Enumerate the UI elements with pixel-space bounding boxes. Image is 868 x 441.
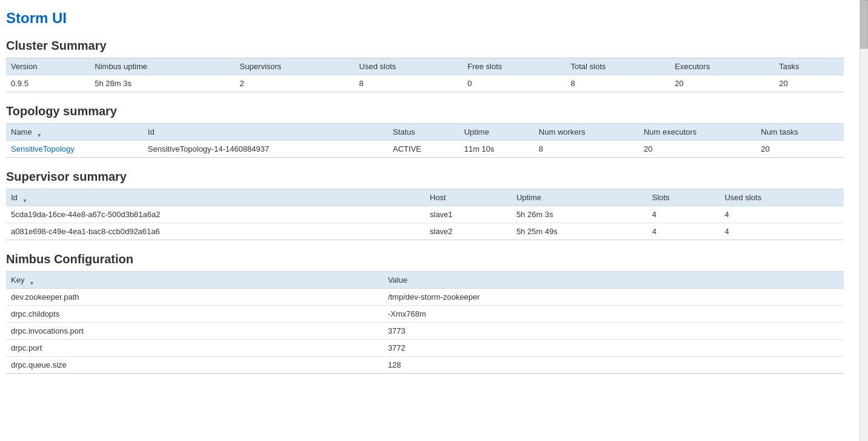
col-topo-uptime: Uptime <box>459 124 534 141</box>
cluster-total-slots: 8 <box>566 75 670 92</box>
col-topo-status: Status <box>388 124 459 141</box>
col-topo-id: Id <box>143 124 388 141</box>
sup-uptime-0: 5h 26m 3s <box>512 206 647 223</box>
cluster-summary-header-row: Version Nimbus uptime Supervisors Used s… <box>6 58 844 75</box>
sup-id-1: a081e698-c49e-4ea1-bac8-ccb0d92a61a6 <box>6 223 425 240</box>
table-row: SensitiveTopology SensitiveTopology-14-1… <box>6 141 844 158</box>
config-value-4: 128 <box>383 357 844 374</box>
config-value-0: /tmp/dev-storm-zookeeper <box>383 289 844 306</box>
scrollbar[interactable] <box>860 0 868 394</box>
config-key-3: drpc.port <box>6 340 383 357</box>
cluster-executors: 20 <box>670 75 774 92</box>
config-key-1: drpc.childopts <box>6 306 383 323</box>
col-used-slots: Used slots <box>355 58 463 75</box>
sup-host-0: slave1 <box>425 206 512 223</box>
col-sup-uptime: Uptime <box>512 189 647 206</box>
topo-status: ACTIVE <box>388 141 459 158</box>
config-value-3: 3772 <box>383 340 844 357</box>
table-row: drpc.invocations.port 3773 <box>6 323 844 340</box>
nimbus-config-table: Key Value dev.zookeeper.path /tmp/dev-st… <box>6 271 844 374</box>
sort-icon-key <box>29 278 35 284</box>
col-total-slots: Total slots <box>566 58 670 75</box>
nimbus-config-title: Nimbus Configuration <box>6 252 844 266</box>
cluster-tasks: 20 <box>774 75 844 92</box>
col-sup-host: Host <box>425 189 512 206</box>
table-row: 5cda19da-16ce-44e8-a67c-500d3b81a6a2 sla… <box>6 206 844 223</box>
sup-used-slots-1: 4 <box>719 223 844 240</box>
table-row: dev.zookeeper.path /tmp/dev-storm-zookee… <box>6 289 844 306</box>
col-topo-num-workers: Num workers <box>534 124 639 141</box>
supervisor-summary-title: Supervisor summary <box>6 170 844 184</box>
config-value-2: 3773 <box>383 323 844 340</box>
col-version: Version <box>6 58 90 75</box>
col-topo-num-executors: Num executors <box>639 124 756 141</box>
app-title: Storm UI <box>6 10 844 27</box>
table-row: drpc.port 3772 <box>6 340 844 357</box>
topo-num-executors: 20 <box>639 141 756 158</box>
topology-summary-title: Topology summary <box>6 104 844 118</box>
table-row: drpc.childopts -Xmx768m <box>6 306 844 323</box>
topo-num-tasks: 20 <box>756 141 844 158</box>
table-row: drpc.queue.size 128 <box>6 357 844 374</box>
cluster-summary-title: Cluster Summary <box>6 39 844 53</box>
topo-id: SensitiveTopology-14-1460884937 <box>143 141 388 158</box>
col-topo-name[interactable]: Name <box>6 124 143 141</box>
sup-slots-0: 4 <box>647 206 720 223</box>
cluster-nimbus-uptime: 5h 28m 3s <box>90 75 235 92</box>
topo-name-link[interactable]: SensitiveTopology <box>11 144 75 153</box>
page-container: Storm UI Cluster Summary Version Nimbus … <box>0 0 856 394</box>
topology-header-row: Name Id Status Uptime Num workers Num ex… <box>6 124 844 141</box>
sup-uptime-1: 5h 25m 49s <box>512 223 647 240</box>
cluster-supervisors: 2 <box>235 75 354 92</box>
sup-slots-1: 4 <box>647 223 720 240</box>
topology-summary-table: Name Id Status Uptime Num workers Num ex… <box>6 123 844 158</box>
config-key-0: dev.zookeeper.path <box>6 289 383 306</box>
col-topo-num-tasks: Num tasks <box>756 124 844 141</box>
topo-uptime: 11m 10s <box>459 141 534 158</box>
table-row: 0.9.5 5h 28m 3s 2 8 0 8 20 20 <box>6 75 844 92</box>
config-value-1: -Xmx768m <box>383 306 844 323</box>
nimbus-config-header-row: Key Value <box>6 272 844 289</box>
col-executors: Executors <box>670 58 774 75</box>
col-supervisors: Supervisors <box>235 58 354 75</box>
sup-id-0: 5cda19da-16ce-44e8-a67c-500d3b81a6a2 <box>6 206 425 223</box>
sort-icon-name <box>36 130 42 136</box>
sort-icon-id <box>22 195 28 201</box>
col-sup-used-slots: Used slots <box>719 189 844 206</box>
sup-host-1: slave2 <box>425 223 512 240</box>
supervisor-header-row: Id Host Uptime Slots Used slots <box>6 189 844 206</box>
cluster-used-slots: 8 <box>355 75 463 92</box>
col-config-key[interactable]: Key <box>6 272 383 289</box>
col-tasks: Tasks <box>774 58 844 75</box>
table-row: a081e698-c49e-4ea1-bac8-ccb0d92a61a6 sla… <box>6 223 844 240</box>
col-nimbus-uptime: Nimbus uptime <box>90 58 235 75</box>
supervisor-summary-table: Id Host Uptime Slots Used slots 5cda19da… <box>6 189 844 240</box>
cluster-free-slots: 0 <box>462 75 566 92</box>
col-sup-slots: Slots <box>647 189 720 206</box>
col-config-value: Value <box>383 272 844 289</box>
sup-used-slots-0: 4 <box>719 206 844 223</box>
config-key-4: drpc.queue.size <box>6 357 383 374</box>
cluster-version: 0.9.5 <box>6 75 90 92</box>
col-free-slots: Free slots <box>462 58 566 75</box>
config-key-2: drpc.invocations.port <box>6 323 383 340</box>
col-sup-id[interactable]: Id <box>6 189 425 206</box>
topo-name: SensitiveTopology <box>6 141 143 158</box>
topo-num-workers: 8 <box>534 141 639 158</box>
scrollbar-thumb[interactable] <box>860 0 868 49</box>
cluster-summary-table: Version Nimbus uptime Supervisors Used s… <box>6 58 844 92</box>
